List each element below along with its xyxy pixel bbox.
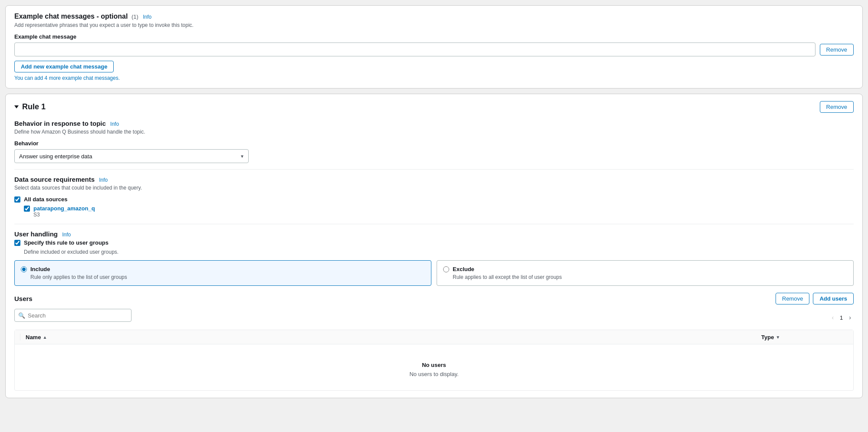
datasource-title: Data source requirements Info bbox=[14, 176, 854, 183]
example-chat-badge: (1) bbox=[132, 13, 138, 20]
user-handling-subsection: User handling Info Specify this rule to … bbox=[14, 230, 854, 286]
example-chat-section: Example chat messages - optional (1) Inf… bbox=[5, 5, 863, 88]
empty-state: No users No users to display. bbox=[15, 344, 853, 390]
rule-chevron-icon[interactable] bbox=[14, 105, 19, 108]
datasource-info-link[interactable]: Info bbox=[99, 177, 108, 183]
user-handling-title: User handling Info bbox=[14, 230, 854, 238]
rule-title: Rule 1 bbox=[14, 102, 46, 111]
datasource-subsection: Data source requirements Info Select dat… bbox=[14, 176, 854, 218]
datasource-title-text: Data source requirements bbox=[14, 176, 95, 183]
all-datasources-checkbox[interactable] bbox=[14, 196, 20, 203]
behavior-desc: Define how Amazon Q Business should hand… bbox=[14, 129, 854, 135]
type-column-header[interactable]: Type ▼ bbox=[761, 334, 848, 340]
behavior-title: Behavior in response to topic Info bbox=[14, 120, 854, 127]
remove-example-button[interactable]: Remove bbox=[820, 44, 854, 56]
behavior-select-wrapper: Answer using enterprise data ▼ bbox=[14, 149, 249, 163]
users-header: Users Remove Add users bbox=[14, 293, 854, 304]
empty-title: No users bbox=[15, 362, 853, 368]
specify-user-groups-label: Specify this rule to user groups bbox=[24, 239, 108, 246]
datasource-name: patarapong_amazon_q bbox=[33, 205, 95, 212]
example-chat-info-link[interactable]: Info bbox=[143, 14, 151, 20]
remove-users-button[interactable]: Remove bbox=[776, 293, 809, 304]
datasource-desc: Select data sources that could be includ… bbox=[14, 185, 854, 191]
exclude-title: Exclude bbox=[453, 266, 474, 272]
all-datasources-row: All data sources bbox=[14, 196, 854, 203]
exclude-radio-card[interactable]: Exclude Rule applies to all except the l… bbox=[437, 260, 854, 286]
page-number: 1 bbox=[840, 314, 843, 321]
include-radio-header: Include bbox=[21, 266, 425, 272]
table-divider bbox=[20, 334, 20, 340]
users-actions: Remove Add users bbox=[776, 293, 854, 304]
include-desc: Rule only applies to the list of user gr… bbox=[30, 274, 425, 280]
rule-title-text: Rule 1 bbox=[22, 102, 46, 111]
pagination: ‹ 1 › bbox=[829, 313, 854, 322]
specific-datasource-checkbox[interactable] bbox=[24, 206, 30, 212]
name-sort-icon: ▲ bbox=[43, 335, 47, 340]
users-table: Name ▲ Type ▼ No users No users to displ… bbox=[14, 330, 854, 391]
user-handling-title-text: User handling bbox=[14, 230, 58, 238]
behavior-field-label: Behavior bbox=[14, 140, 854, 147]
example-chat-title: Example chat messages - optional bbox=[14, 13, 128, 20]
prev-page-button[interactable]: ‹ bbox=[829, 313, 836, 322]
include-title: Include bbox=[30, 266, 50, 272]
type-column-label: Type bbox=[761, 334, 774, 340]
include-radio-card[interactable]: Include Rule only applies to the list of… bbox=[14, 260, 431, 286]
behavior-title-text: Behavior in response to topic bbox=[14, 120, 106, 127]
datasource-type: S3 bbox=[33, 212, 95, 218]
users-title: Users bbox=[14, 295, 33, 302]
add-users-button[interactable]: Add users bbox=[813, 293, 854, 304]
behavior-select[interactable]: Answer using enterprise data bbox=[14, 149, 249, 163]
radio-options: Include Rule only applies to the list of… bbox=[14, 260, 854, 286]
rule-header: Rule 1 Remove bbox=[14, 101, 854, 113]
exclude-radio-header: Exclude bbox=[443, 266, 847, 272]
datasource-info-block: patarapong_amazon_q S3 bbox=[33, 205, 95, 218]
name-column-header[interactable]: Name ▲ bbox=[26, 334, 761, 340]
specific-datasource-row: patarapong_amazon_q S3 bbox=[24, 205, 854, 218]
include-radio[interactable] bbox=[21, 266, 27, 272]
add-example-chat-button[interactable]: Add new example chat message bbox=[14, 61, 114, 72]
remove-rule-button[interactable]: Remove bbox=[820, 101, 854, 113]
next-page-button[interactable]: › bbox=[846, 313, 854, 322]
example-chat-subtitle: Add representative phrases that you expe… bbox=[14, 22, 854, 28]
type-sort-icon: ▼ bbox=[776, 335, 780, 340]
section-title: Example chat messages - optional (1) Inf… bbox=[14, 13, 854, 20]
example-chat-input-row: Remove bbox=[14, 43, 854, 56]
users-search-input[interactable] bbox=[14, 309, 132, 322]
users-search-wrapper: 🔍 bbox=[14, 309, 132, 322]
exclude-radio[interactable] bbox=[443, 266, 449, 272]
empty-desc: No users to display. bbox=[15, 371, 853, 377]
behavior-info-link[interactable]: Info bbox=[110, 121, 119, 127]
specify-user-groups-checkbox[interactable] bbox=[14, 240, 20, 246]
example-chat-hint: You can add 4 more example chat messages… bbox=[14, 75, 854, 81]
search-icon: 🔍 bbox=[18, 312, 25, 319]
users-section: Users Remove Add users 🔍 ‹ 1 › Name bbox=[14, 293, 854, 391]
all-datasources-label: All data sources bbox=[24, 196, 67, 203]
user-handling-info-link[interactable]: Info bbox=[62, 232, 71, 238]
table-header: Name ▲ Type ▼ bbox=[15, 330, 853, 344]
rule-section: Rule 1 Remove Behavior in response to to… bbox=[5, 94, 863, 398]
exclude-desc: Rule applies to all except the list of u… bbox=[453, 274, 847, 280]
specify-user-groups-desc: Define included or excluded user groups. bbox=[24, 249, 118, 255]
example-chat-input[interactable] bbox=[14, 43, 815, 56]
specify-user-groups-row: Specify this rule to user groups bbox=[14, 239, 854, 246]
name-column-label: Name bbox=[26, 334, 41, 340]
behavior-subsection: Behavior in response to topic Info Defin… bbox=[14, 120, 854, 163]
example-chat-field-label: Example chat message bbox=[14, 33, 854, 40]
